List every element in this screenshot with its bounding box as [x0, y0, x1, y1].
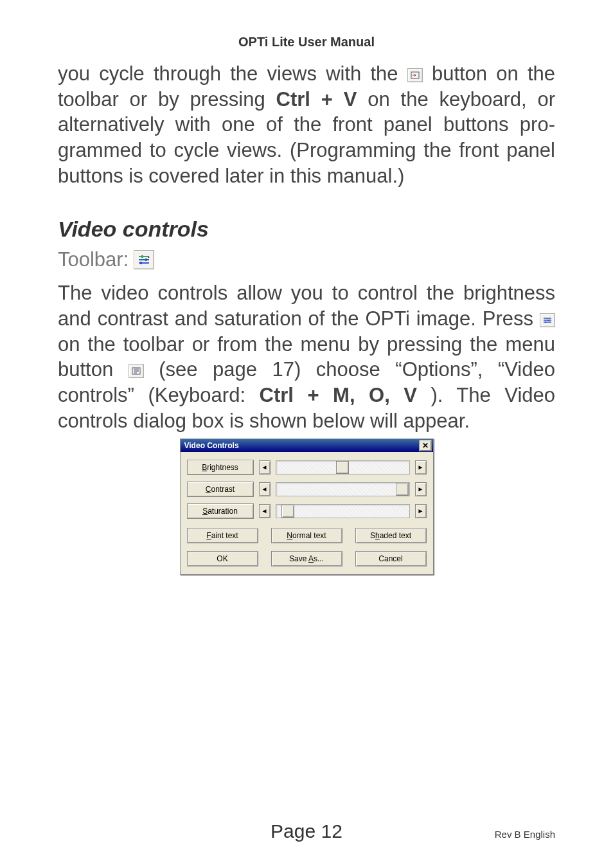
contrast-increase-button[interactable]: ►: [415, 482, 427, 496]
svg-rect-5: [548, 320, 549, 321]
brightness-thumb[interactable]: [336, 461, 349, 474]
left-arrow-icon: ◄: [262, 464, 268, 471]
left-arrow-icon: ◄: [262, 508, 268, 514]
saturation-slider[interactable]: [276, 504, 410, 518]
normal-text-button[interactable]: Normal text: [271, 528, 342, 543]
page-header: OPTi Lite User Manual: [58, 35, 555, 50]
kbd-shortcut: Ctrl + M, O, V: [260, 384, 417, 406]
svg-rect-4: [546, 318, 547, 319]
dialog-title: Video Controls: [184, 441, 239, 450]
close-icon: ✕: [422, 442, 429, 449]
left-arrow-icon: ◄: [262, 486, 268, 493]
label: Saturation: [202, 507, 238, 516]
brightness-slider[interactable]: [276, 460, 410, 475]
saturation-increase-button[interactable]: ►: [415, 504, 427, 518]
toolbar-label-line: Toolbar:: [58, 248, 555, 271]
video-controls-dialog: Video Controls ✕ Brightness ◄ ► Contrast…: [180, 439, 434, 575]
menu-button-icon: [129, 364, 144, 378]
right-arrow-icon: ►: [418, 486, 424, 493]
svg-rect-3: [140, 262, 142, 264]
right-arrow-icon: ►: [418, 508, 424, 514]
dialog-titlebar[interactable]: Video Controls ✕: [181, 439, 433, 452]
label: Faint text: [206, 531, 238, 540]
paragraph-2: The video controls allow you to control …: [58, 280, 555, 433]
right-arrow-icon: ►: [418, 464, 424, 471]
contrast-decrease-button[interactable]: ◄: [259, 482, 271, 496]
label: Brightness: [202, 463, 238, 472]
page-number: Page 12: [271, 820, 342, 842]
cycle-view-icon: [407, 68, 423, 82]
label: Cancel: [378, 554, 402, 563]
label: Shaded text: [370, 531, 411, 540]
saturation-decrease-button[interactable]: ◄: [259, 504, 271, 518]
kbd-shortcut: Ctrl + V: [276, 88, 357, 111]
section-heading-video-controls: Video controls: [58, 217, 555, 242]
save-as-button[interactable]: Save As...: [271, 551, 342, 566]
brightness-increase-button[interactable]: ►: [415, 460, 427, 475]
video-controls-inline-icon: [540, 313, 555, 327]
svg-rect-2: [145, 258, 147, 261]
label: OK: [217, 554, 227, 563]
cancel-button[interactable]: Cancel: [355, 551, 427, 566]
contrast-thumb[interactable]: [396, 483, 409, 496]
label: Save As...: [289, 554, 324, 563]
text: you cycle through the views with the: [58, 62, 407, 85]
close-button[interactable]: ✕: [419, 440, 432, 451]
svg-rect-1: [141, 255, 143, 258]
text: The video controls allow you to control …: [58, 282, 555, 330]
contrast-slider[interactable]: [276, 482, 410, 496]
label: Normal text: [287, 531, 326, 540]
brightness-decrease-button[interactable]: ◄: [259, 460, 271, 475]
revision-label: Rev B English: [495, 829, 555, 840]
toolbar-label: Toolbar:: [58, 248, 129, 271]
contrast-button[interactable]: Contrast: [187, 482, 254, 497]
saturation-button[interactable]: Saturation: [187, 503, 254, 519]
video-controls-toolbar-icon: [134, 250, 154, 269]
shaded-text-button[interactable]: Shaded text: [355, 528, 427, 543]
saturation-thumb[interactable]: [281, 505, 294, 518]
paragraph-1: you cycle through the views with the but…: [58, 61, 555, 188]
label: Contrast: [206, 485, 235, 494]
brightness-button[interactable]: Brightness: [187, 460, 254, 475]
ok-button[interactable]: OK: [187, 551, 258, 566]
faint-text-button[interactable]: Faint text: [187, 528, 258, 543]
svg-rect-6: [545, 321, 546, 323]
